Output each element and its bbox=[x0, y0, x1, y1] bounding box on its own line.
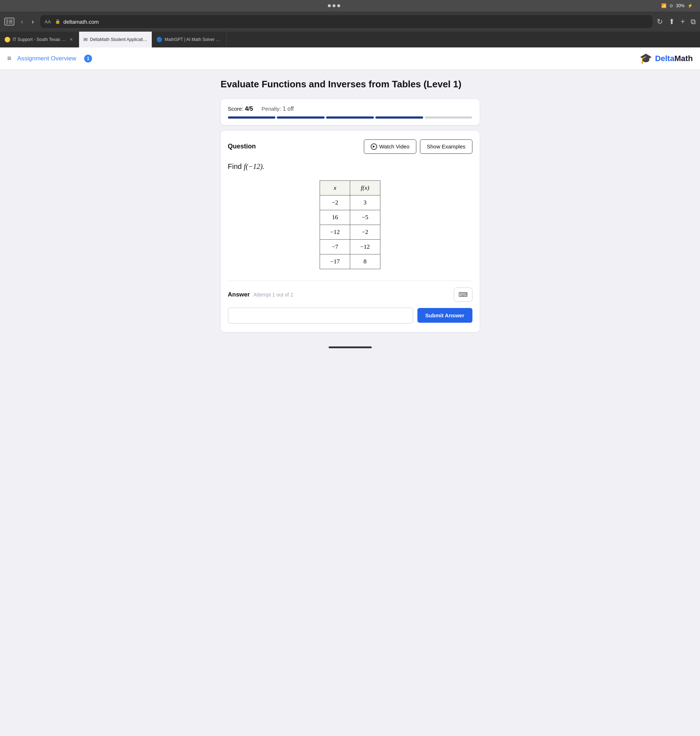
tab-mathgpt[interactable]: 🔵 MathGPT | AI Math Solver & Calculator bbox=[152, 32, 227, 47]
table-cell-x-2: −12 bbox=[320, 225, 350, 239]
question-header: Question ▶ Watch Video Show Examples bbox=[228, 140, 472, 154]
function-call: f(−12). bbox=[244, 162, 264, 170]
show-examples-label: Show Examples bbox=[427, 143, 466, 150]
deltamath-logo: 🎓 DeltaMath bbox=[640, 53, 693, 64]
status-dot-3 bbox=[337, 4, 340, 7]
table-row: −178 bbox=[320, 254, 380, 269]
question-card: Question ▶ Watch Video Show Examples Fin… bbox=[221, 131, 479, 332]
logo-delta: Delta bbox=[655, 54, 675, 63]
keyboard-icon: ⌨ bbox=[459, 291, 468, 298]
table-cell-x-3: −7 bbox=[320, 239, 350, 254]
browser-bar: ‹ › AA 🔒 deltamath.com ↻ ⬆ + ⧉ bbox=[0, 12, 700, 32]
status-dot-2 bbox=[332, 4, 335, 7]
watch-video-button[interactable]: ▶ Watch Video bbox=[364, 140, 416, 154]
address-bar[interactable]: AA 🔒 deltamath.com bbox=[40, 15, 653, 28]
back-button[interactable]: ‹ bbox=[19, 16, 25, 27]
tab-deltamath[interactable]: ✉ DeltaMath Student Application bbox=[79, 32, 152, 47]
play-circle-icon: ▶ bbox=[371, 143, 377, 150]
penalty-text: Penalty: 1 off bbox=[262, 106, 294, 112]
reload-button[interactable]: ↻ bbox=[657, 17, 663, 26]
tab-it-support[interactable]: 🟡 IT Support - South Texas Independent S… bbox=[0, 32, 79, 47]
table-cell-fx-4: 8 bbox=[350, 254, 380, 269]
tab-favicon-2: ✉ bbox=[84, 37, 88, 43]
status-dots bbox=[328, 4, 340, 7]
table-cell-x-4: −17 bbox=[320, 254, 350, 269]
progress-segment-1 bbox=[228, 116, 276, 119]
hamburger-menu-button[interactable]: ≡ bbox=[7, 54, 12, 63]
battery-icon: ⚡ bbox=[687, 3, 693, 8]
sidebar-toggle-button[interactable] bbox=[4, 18, 15, 25]
table-cell-fx-1: −5 bbox=[350, 210, 380, 225]
table-row: −7−12 bbox=[320, 239, 380, 254]
table-header-x: x bbox=[320, 181, 350, 195]
add-tab-button[interactable]: + bbox=[681, 18, 685, 26]
attempt-label: Attempt 1 out of 2 bbox=[253, 292, 293, 298]
logo-text: DeltaMath bbox=[655, 54, 693, 63]
score-line: Score: 4/5 Penalty: 1 off bbox=[228, 106, 472, 112]
table-cell-x-0: −2 bbox=[320, 195, 350, 210]
question-prefix: Find bbox=[228, 162, 244, 170]
score-card: Score: 4/5 Penalty: 1 off bbox=[221, 99, 479, 125]
tab-favicon-1: 🟡 bbox=[4, 37, 10, 43]
svg-rect-3 bbox=[9, 23, 13, 24]
question-label: Question bbox=[228, 142, 256, 150]
table-row: −12−2 bbox=[320, 225, 380, 239]
svg-rect-1 bbox=[9, 20, 13, 21]
penalty-label: Penalty: bbox=[262, 106, 281, 112]
status-right: 📶 ⊙ 30% ⚡ bbox=[661, 3, 693, 8]
score-label: Score: bbox=[228, 106, 243, 112]
function-table: x f(x) −2316−5−12−2−7−12−178 bbox=[320, 181, 380, 269]
page-content: Evaluate Functions and Inverses from Tab… bbox=[213, 70, 487, 341]
tab-favicon-3: 🔵 bbox=[156, 37, 163, 43]
answer-input[interactable] bbox=[228, 308, 413, 323]
wifi-icon: 📶 bbox=[661, 3, 666, 8]
progress-segment-5 bbox=[425, 116, 472, 119]
progress-segment-3 bbox=[326, 116, 374, 119]
penalty-value: 1 off bbox=[282, 106, 294, 112]
share-button[interactable]: ⬆ bbox=[669, 17, 675, 26]
svg-rect-0 bbox=[6, 19, 8, 24]
headphone-icon: ⊙ bbox=[669, 3, 673, 8]
progress-bar bbox=[228, 116, 472, 119]
keyboard-button[interactable]: ⌨ bbox=[454, 288, 472, 302]
table-row: 16−5 bbox=[320, 210, 380, 225]
question-text: Find f(−12). bbox=[228, 161, 472, 172]
tab-close-1[interactable]: ✕ bbox=[68, 36, 74, 43]
home-indicator bbox=[329, 347, 372, 348]
bottom-bar bbox=[0, 341, 700, 354]
answer-label-group: Answer Attempt 1 out of 2 bbox=[228, 291, 293, 298]
table-header-fx: f(x) bbox=[350, 181, 380, 195]
question-buttons: ▶ Watch Video Show Examples bbox=[364, 140, 472, 154]
status-bar: 📶 ⊙ 30% ⚡ bbox=[0, 0, 700, 12]
main-nav: ≡ Assignment Overview 1 🎓 DeltaMath bbox=[0, 47, 700, 70]
svg-rect-2 bbox=[9, 21, 13, 22]
assignment-badge: 1 bbox=[84, 54, 92, 63]
tab-switcher-button[interactable]: ⧉ bbox=[691, 18, 696, 26]
score-label-text: Score: 4/5 bbox=[228, 106, 253, 112]
font-size-label: AA bbox=[44, 19, 51, 25]
assignment-overview-link[interactable]: Assignment Overview bbox=[17, 55, 76, 62]
graduation-cap-icon: 🎓 bbox=[640, 53, 652, 64]
tab-label-3: MathGPT | AI Math Solver & Calculator bbox=[165, 37, 222, 42]
nav-left: ≡ Assignment Overview 1 bbox=[7, 54, 92, 63]
page-title: Evaluate Functions and Inverses from Tab… bbox=[221, 78, 479, 91]
answer-header: Answer Attempt 1 out of 2 ⌨ bbox=[228, 288, 472, 302]
domain-text: deltamath.com bbox=[63, 19, 99, 25]
show-examples-button[interactable]: Show Examples bbox=[420, 140, 472, 154]
table-cell-fx-0: 3 bbox=[350, 195, 380, 210]
lock-icon: 🔒 bbox=[55, 19, 60, 24]
tab-label-2: DeltaMath Student Application bbox=[90, 37, 147, 42]
answer-section: Answer Attempt 1 out of 2 ⌨ Submit Answe… bbox=[228, 281, 472, 323]
table-cell-fx-2: −2 bbox=[350, 225, 380, 239]
table-cell-fx-3: −12 bbox=[350, 239, 380, 254]
status-dot-1 bbox=[328, 4, 331, 7]
progress-segment-4 bbox=[375, 116, 423, 119]
score-value: 4/5 bbox=[245, 106, 253, 112]
submit-answer-button[interactable]: Submit Answer bbox=[418, 308, 472, 323]
answer-label: Answer bbox=[228, 291, 250, 298]
table-wrapper: x f(x) −2316−5−12−2−7−12−178 bbox=[228, 181, 472, 269]
forward-button[interactable]: › bbox=[29, 16, 36, 27]
battery-text: 30% bbox=[676, 3, 685, 8]
watch-video-label: Watch Video bbox=[379, 143, 409, 150]
table-row: −23 bbox=[320, 195, 380, 210]
